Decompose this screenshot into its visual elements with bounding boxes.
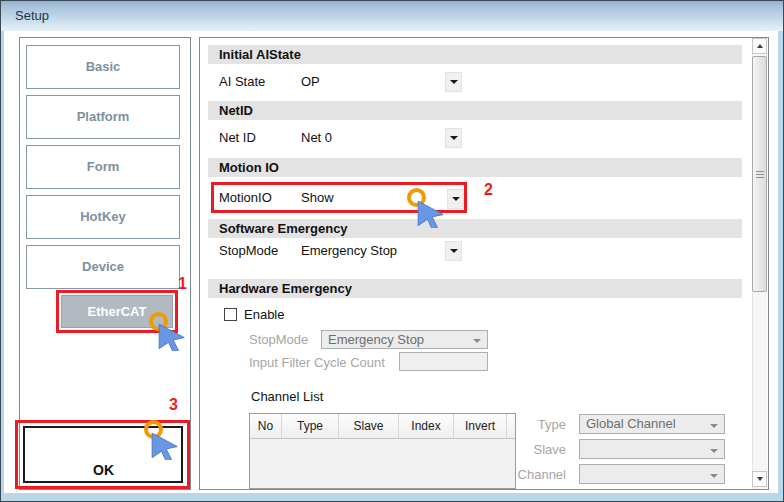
sw-stopmode-label: StopMode: [219, 243, 278, 258]
cursor-icon: [158, 323, 186, 355]
hw-stopmode-label: StopMode: [249, 332, 308, 347]
col-no: No: [250, 414, 282, 438]
chevron-down-icon: [710, 474, 718, 478]
net-id-label: Net ID: [219, 130, 256, 145]
sidebar-item-hotkey[interactable]: HotKey: [26, 195, 180, 239]
col-spacer: [507, 414, 515, 438]
net-id-dropdown-button[interactable]: [445, 128, 462, 148]
ai-state-value: OP: [301, 74, 320, 89]
enable-label: Enable: [244, 307, 284, 322]
slave-label: Slave: [521, 442, 566, 457]
step-number-3: 3: [169, 396, 178, 414]
cursor-icon: [417, 200, 445, 232]
channel-table-header: No Type Slave Index Invert: [250, 414, 515, 439]
channel-dropdown: [579, 464, 725, 484]
chevron-down-icon: [450, 249, 458, 253]
chevron-down-icon: [450, 80, 458, 84]
scroll-down-button[interactable]: [752, 471, 767, 487]
type-label: Type: [521, 417, 566, 432]
col-invert: Invert: [454, 414, 507, 438]
setup-window: Setup Basic Platform Form HotKey Device …: [0, 0, 784, 502]
input-filter-label: Input Filter Cycle Count: [249, 355, 385, 370]
ai-state-label: AI State: [219, 74, 265, 89]
channel-label: Channel: [514, 467, 566, 482]
section-header-hardware-emergency: Hardware Emergency: [208, 279, 742, 298]
ai-state-dropdown-button[interactable]: [445, 72, 462, 92]
chevron-down-icon: [710, 424, 718, 428]
sidebar-item-basic[interactable]: Basic: [26, 45, 180, 89]
sw-stopmode-value: Emergency Stop: [301, 243, 397, 258]
triangle-down-icon: [757, 477, 763, 481]
section-header-software-emergency: Software Emergency: [208, 219, 742, 238]
step-number-1: 1: [178, 275, 187, 293]
titlebar: Setup: [1, 1, 783, 31]
sidebar-item-form[interactable]: Form: [26, 145, 180, 189]
sidebar-item-platform[interactable]: Platform: [26, 95, 180, 139]
input-filter-field: [399, 352, 488, 371]
type-dropdown: Global Channel: [579, 414, 725, 434]
cursor-icon: [151, 432, 179, 464]
scrollbar-thumb[interactable]: [752, 56, 767, 292]
triangle-up-icon: [757, 44, 763, 48]
window-title: Setup: [15, 8, 49, 23]
enable-checkbox[interactable]: [224, 308, 237, 321]
section-header-initial-aistate: Initial AIState: [208, 45, 742, 64]
grip-icon: [756, 171, 764, 179]
sidebar-item-device[interactable]: Device: [26, 245, 180, 289]
chevron-down-icon: [450, 136, 458, 140]
net-id-value: Net 0: [301, 130, 332, 145]
channel-list-table[interactable]: No Type Slave Index Invert: [249, 413, 516, 489]
step-number-2: 2: [484, 181, 493, 199]
chevron-down-icon: [710, 449, 718, 453]
sw-stopmode-dropdown-button[interactable]: [445, 241, 462, 261]
hw-stopmode-dropdown: Emergency Stop: [321, 330, 488, 349]
scroll-up-button[interactable]: [752, 38, 767, 54]
type-value: Global Channel: [586, 416, 676, 431]
slave-dropdown: [579, 439, 725, 459]
col-index: Index: [399, 414, 454, 438]
col-slave: Slave: [339, 414, 399, 438]
section-header-motion-io: Motion IO: [208, 158, 742, 177]
channel-list-label: Channel List: [251, 389, 323, 404]
section-header-netid: NetID: [208, 101, 742, 120]
hw-stopmode-value: Emergency Stop: [328, 332, 424, 347]
col-type: Type: [282, 414, 339, 438]
chevron-down-icon: [473, 339, 481, 343]
